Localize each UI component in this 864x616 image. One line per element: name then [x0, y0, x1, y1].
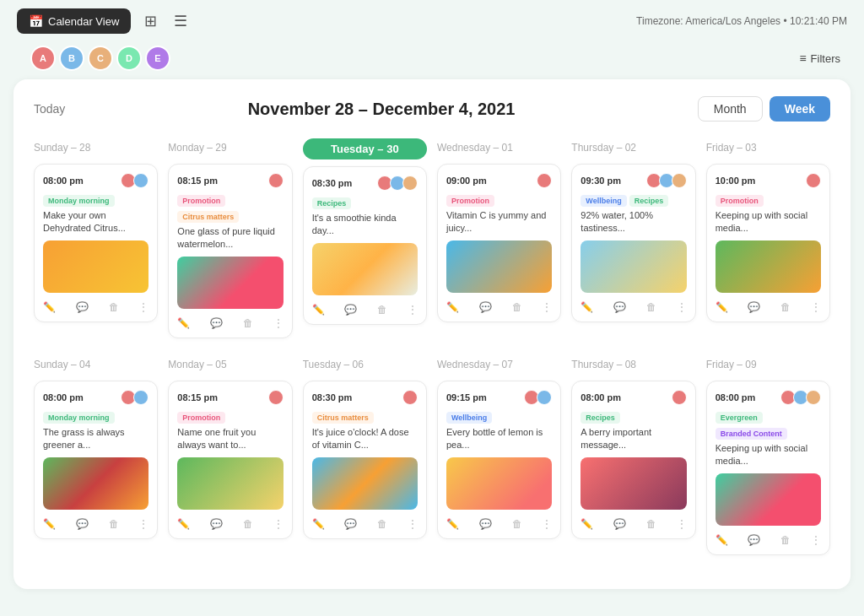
- comment-icon[interactable]: 💬: [748, 534, 760, 546]
- card-tags: Promotion: [446, 193, 552, 209]
- trash-icon[interactable]: 🗑: [646, 518, 656, 530]
- trash-icon[interactable]: 🗑: [243, 518, 253, 530]
- calendar-card[interactable]: 08:00 pm Recipes A berry important messa…: [571, 381, 695, 539]
- trash-icon[interactable]: 🗑: [243, 317, 253, 329]
- comment-icon[interactable]: 💬: [344, 518, 357, 530]
- list-view-button[interactable]: ☰: [170, 8, 191, 34]
- card-top: 08:00 pm: [580, 390, 686, 405]
- comment-icon[interactable]: 💬: [210, 317, 223, 329]
- grid-view-button[interactable]: ⊞: [141, 8, 160, 34]
- calendar-card[interactable]: 08:15 pm Promotion Name one fruit you al…: [168, 381, 292, 539]
- more-icon[interactable]: ⋮: [811, 301, 821, 313]
- card-time: 10:00 pm: [716, 176, 756, 186]
- trash-icon[interactable]: 🗑: [377, 304, 387, 316]
- avatar-2[interactable]: B: [59, 46, 84, 71]
- avatar-1[interactable]: A: [30, 46, 56, 71]
- more-icon[interactable]: ⋮: [542, 301, 552, 313]
- card-top: 10:00 pm: [716, 173, 821, 188]
- day-col-w2-4: Thursday – 08 08:00 pm Recipes A berry i…: [571, 355, 695, 555]
- calendar-card[interactable]: 09:30 pm WellbeingRecipes 92% water, 100…: [571, 164, 695, 322]
- comment-icon[interactable]: 💬: [76, 518, 89, 530]
- card-title: Keeping up with social media...: [716, 209, 821, 235]
- comment-icon[interactable]: 💬: [613, 301, 626, 313]
- card-time: 09:00 pm: [446, 176, 487, 186]
- avatar-3[interactable]: C: [88, 46, 113, 71]
- card-top: 08:15 pm: [177, 173, 283, 188]
- calendar-card[interactable]: 08:00 pm Monday morning Make your own De…: [34, 164, 158, 322]
- comment-icon[interactable]: 💬: [479, 518, 492, 530]
- comment-icon[interactable]: 💬: [748, 301, 760, 313]
- trash-icon[interactable]: 🗑: [377, 518, 387, 530]
- calendar-card[interactable]: 10:00 pm Promotion Keeping up with socia…: [706, 164, 830, 322]
- card-title: Vitamin C is yummy and juicy...: [446, 209, 552, 235]
- card-tags: Promotion: [716, 193, 821, 209]
- more-icon[interactable]: ⋮: [677, 518, 687, 530]
- edit-icon[interactable]: ✏️: [43, 301, 56, 313]
- calendar-view-button[interactable]: 📅 Calendar View: [17, 8, 131, 34]
- calendar-card[interactable]: 08:00 pm EvergreenBranded Content Keepin…: [706, 381, 830, 555]
- calendar-card[interactable]: 09:15 pm Wellbeing Every bottle of lemon…: [437, 381, 561, 539]
- card-tags: WellbeingRecipes: [580, 193, 686, 209]
- comment-icon[interactable]: 💬: [344, 304, 357, 316]
- calendar-card[interactable]: 08:00 pm Monday morning The grass is alw…: [34, 381, 158, 539]
- edit-icon[interactable]: ✏️: [177, 518, 190, 530]
- more-icon[interactable]: ⋮: [811, 534, 821, 546]
- more-icon[interactable]: ⋮: [273, 317, 284, 329]
- card-tag: Promotion: [716, 195, 764, 207]
- calendar-header: Today November 28 – December 4, 2021 Mon…: [34, 96, 830, 122]
- card-title: It's juice o'clock! A dose of vitamin C.…: [312, 426, 418, 452]
- trash-icon[interactable]: 🗑: [512, 518, 522, 530]
- edit-icon[interactable]: ✏️: [43, 518, 56, 530]
- edit-icon[interactable]: ✏️: [312, 518, 325, 530]
- more-icon[interactable]: ⋮: [273, 518, 284, 530]
- calendar-card[interactable]: 09:00 pm Promotion Vitamin C is yummy an…: [437, 164, 561, 322]
- calendar-card[interactable]: 08:30 pm Recipes It's a smoothie kinda d…: [303, 166, 427, 325]
- card-avatar: [268, 173, 284, 188]
- avatar-5[interactable]: E: [145, 46, 170, 71]
- calendar-card[interactable]: 08:30 pm Citrus matters It's juice o'clo…: [303, 381, 427, 539]
- edit-icon[interactable]: ✏️: [177, 317, 190, 329]
- card-tags: Promotion: [177, 410, 283, 426]
- trash-icon[interactable]: 🗑: [109, 518, 119, 530]
- edit-icon[interactable]: ✏️: [446, 518, 459, 530]
- calendar-icon: 📅: [29, 14, 43, 28]
- card-actions: ✏️ 💬 🗑 ⋮: [446, 515, 552, 530]
- filters-label: Filters: [811, 52, 840, 65]
- more-icon[interactable]: ⋮: [138, 518, 148, 530]
- trash-icon[interactable]: 🗑: [646, 301, 656, 313]
- calendar-card[interactable]: 08:15 pm PromotionCitrus matters One gla…: [168, 164, 292, 338]
- edit-icon[interactable]: ✏️: [580, 518, 593, 530]
- edit-icon[interactable]: ✏️: [580, 301, 593, 313]
- trash-icon[interactable]: 🗑: [780, 534, 791, 546]
- card-tag: Wellbeing: [580, 195, 626, 207]
- trash-icon[interactable]: 🗑: [780, 301, 791, 313]
- more-icon[interactable]: ⋮: [408, 304, 418, 316]
- card-tag: Recipes: [580, 412, 620, 424]
- filters-button[interactable]: ≡ Filters: [789, 48, 850, 68]
- edit-icon[interactable]: ✏️: [716, 301, 728, 313]
- card-image: [177, 257, 283, 309]
- card-actions: ✏️ 💬 🗑 ⋮: [446, 298, 552, 313]
- card-avatars: [268, 173, 284, 188]
- more-icon[interactable]: ⋮: [408, 518, 418, 530]
- trash-icon[interactable]: 🗑: [109, 301, 119, 313]
- card-avatars: [121, 173, 148, 188]
- card-title: One glass of pure liquid watermelon...: [177, 225, 283, 251]
- comment-icon[interactable]: 💬: [479, 301, 492, 313]
- more-icon[interactable]: ⋮: [542, 518, 552, 530]
- avatar-4[interactable]: D: [116, 46, 142, 71]
- more-icon[interactable]: ⋮: [138, 301, 148, 313]
- day-header-w2-4: Thursday – 08: [571, 355, 695, 374]
- month-button[interactable]: Month: [698, 96, 763, 122]
- trash-icon[interactable]: 🗑: [512, 301, 522, 313]
- edit-icon[interactable]: ✏️: [716, 534, 728, 546]
- card-title: The grass is always greener a...: [43, 426, 148, 452]
- week-button[interactable]: Week: [770, 96, 830, 122]
- comment-icon[interactable]: 💬: [210, 518, 223, 530]
- comment-icon[interactable]: 💬: [76, 301, 89, 313]
- card-tag: Branded Content: [716, 428, 787, 440]
- more-icon[interactable]: ⋮: [677, 301, 687, 313]
- edit-icon[interactable]: ✏️: [446, 301, 459, 313]
- comment-icon[interactable]: 💬: [613, 518, 626, 530]
- edit-icon[interactable]: ✏️: [312, 304, 325, 316]
